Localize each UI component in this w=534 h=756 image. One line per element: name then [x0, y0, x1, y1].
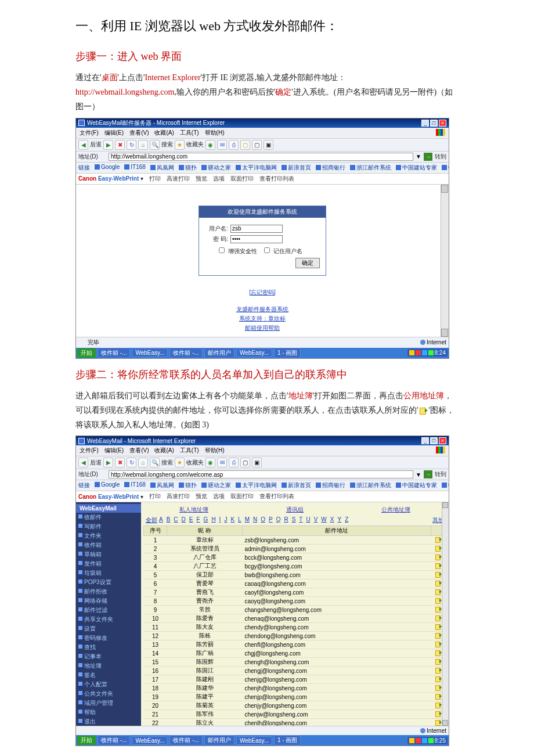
alpha-letter[interactable]: U — [306, 516, 310, 524]
forward-button[interactable]: ▶ — [103, 458, 113, 467]
sidebar-item[interactable]: 设置 — [76, 624, 141, 633]
add-contact-icon[interactable] — [435, 641, 442, 647]
link-item[interactable]: 凤凰网 — [150, 164, 174, 172]
scroll-up-icon[interactable] — [441, 185, 448, 193]
alpha-letter[interactable]: L — [238, 516, 241, 524]
enhance-security-checkbox[interactable] — [219, 247, 225, 253]
add-contact-icon[interactable] — [435, 597, 442, 603]
home-button[interactable]: ⌂ — [138, 458, 148, 467]
menu-item[interactable]: 帮助(H) — [205, 447, 225, 455]
support-link[interactable]: 系统支持：章欣标 — [236, 315, 288, 323]
menu-item[interactable]: 收藏(A) — [154, 129, 174, 137]
add-contact-icon[interactable] — [435, 563, 442, 568]
link-item[interactable]: 浙江邮件系统 — [350, 164, 391, 172]
menu-item[interactable]: 工具(T) — [180, 129, 199, 137]
sidebar-item[interactable]: 域用户管理 — [76, 699, 141, 708]
alpha-letter[interactable]: K — [230, 516, 234, 524]
alpha-letter[interactable]: E — [189, 516, 193, 524]
sidebar-item[interactable]: 草稿箱 — [76, 550, 141, 559]
add-contact-icon[interactable] — [435, 693, 442, 699]
sidebar-item[interactable]: 文件夹 — [76, 531, 141, 541]
sidebar-item[interactable]: 帮助 — [76, 708, 141, 717]
menu-item[interactable]: 帮助(H) — [205, 129, 225, 137]
search-button[interactable]: 🔍 — [150, 458, 160, 467]
link-item[interactable]: Google — [95, 164, 120, 172]
scroll-down-icon[interactable] — [441, 329, 448, 337]
alpha-letter[interactable]: O — [261, 516, 265, 524]
alpha-letter[interactable]: C — [174, 516, 178, 524]
stop-button[interactable]: ✖ — [115, 140, 125, 150]
link-item[interactable]: 驱动之家 — [201, 481, 231, 489]
link-item[interactable]: Google — [95, 481, 120, 489]
misc-button[interactable]: ▢ — [240, 458, 250, 467]
tab-group[interactable]: 通讯组 — [244, 505, 345, 515]
task-button[interactable]: 1 - 画图 — [274, 735, 301, 746]
sidebar-item[interactable]: 查找 — [76, 643, 141, 652]
maximize-button[interactable]: □ — [430, 437, 438, 444]
alpha-letter[interactable]: N — [253, 516, 257, 524]
task-button[interactable]: WebEasy... — [132, 348, 168, 357]
link-item[interactable]: IT168 — [124, 481, 146, 489]
scrollbar[interactable] — [442, 502, 449, 726]
edit-button[interactable]: ▢ — [240, 140, 250, 150]
alpha-letter[interactable]: R — [284, 516, 288, 524]
link-item[interactable]: 猫扑 — [179, 164, 197, 172]
menu-item[interactable]: 收藏(A) — [154, 447, 174, 455]
add-contact-icon[interactable] — [435, 702, 442, 708]
menu-item[interactable]: 查看(V) — [129, 129, 149, 137]
link-item[interactable]: 凤凰网 — [150, 481, 174, 489]
print-button[interactable]: ⎙ — [229, 458, 239, 467]
menu-item[interactable]: 工具(T) — [180, 447, 199, 455]
sidebar-item[interactable]: 密码修改 — [76, 633, 141, 643]
alpha-letter[interactable]: Z — [345, 516, 348, 524]
add-contact-icon[interactable] — [435, 632, 442, 638]
task-button[interactable]: 收件箱 -... — [169, 735, 202, 746]
canon-item[interactable]: 打印 — [149, 492, 161, 501]
minimize-button[interactable]: _ — [421, 120, 429, 127]
link-item[interactable]: 太平洋电脑网 — [236, 481, 277, 489]
link-item[interactable]: 新浪首页 — [282, 164, 311, 172]
alpha-letter[interactable]: J — [224, 516, 227, 524]
link-item[interactable]: IT168 — [124, 164, 146, 172]
ok-button[interactable]: 确定 — [295, 258, 320, 268]
misc-button[interactable]: ▣ — [264, 140, 273, 150]
add-contact-icon[interactable] — [435, 545, 442, 551]
sidebar-item[interactable]: 签名 — [76, 671, 141, 680]
add-contact-icon[interactable] — [435, 685, 442, 690]
canon-item[interactable]: 双面打印 — [230, 175, 254, 183]
sidebar-item[interactable]: 退出 — [76, 717, 141, 726]
scroll-down-icon[interactable] — [442, 720, 448, 726]
alpha-letter[interactable]: W — [321, 516, 326, 524]
alpha-letter[interactable]: Q — [276, 516, 281, 524]
add-contact-icon[interactable] — [435, 719, 442, 725]
link-item[interactable]: 猫扑 — [179, 481, 197, 489]
sidebar-item[interactable]: 个人配置 — [76, 680, 141, 689]
refresh-button[interactable]: ↻ — [127, 140, 136, 150]
add-contact-icon[interactable] — [435, 571, 442, 577]
history-button[interactable]: ◉ — [205, 458, 215, 467]
alpha-letter[interactable]: P — [269, 516, 273, 524]
home-button[interactable]: ⌂ — [138, 140, 148, 150]
favorites-button[interactable]: ★ — [175, 140, 185, 150]
link-item[interactable]: 新浪首页 — [282, 481, 311, 489]
back-button[interactable]: ◀ — [78, 140, 88, 150]
sidebar-item[interactable]: 写邮件 — [76, 522, 141, 531]
close-button[interactable]: × — [439, 437, 446, 444]
task-button[interactable]: WebEasy... — [236, 736, 272, 745]
stop-button[interactable]: ✖ — [115, 458, 125, 467]
task-button[interactable]: 收件箱 -... — [98, 735, 130, 746]
add-contact-icon[interactable] — [435, 537, 442, 542]
link-item[interactable]: 招商银行 — [316, 164, 345, 172]
start-button[interactable]: 开始 — [77, 348, 96, 358]
add-contact-icon[interactable] — [435, 650, 442, 656]
sidebar-item[interactable]: 收件箱 — [76, 541, 141, 550]
tab-private[interactable]: 私人地址簿 — [143, 505, 244, 515]
canon-item[interactable]: 高速打印 — [167, 492, 190, 501]
task-button[interactable]: 邮件用户 — [204, 735, 234, 746]
task-button[interactable]: 邮件用户 — [204, 348, 234, 358]
add-contact-icon[interactable] — [435, 606, 442, 612]
link-item[interactable]: 中华网 — [442, 481, 449, 489]
maximize-button[interactable]: □ — [430, 120, 438, 127]
sidebar-item[interactable]: 网络存储 — [76, 596, 141, 606]
go-button[interactable]: → — [424, 153, 432, 161]
